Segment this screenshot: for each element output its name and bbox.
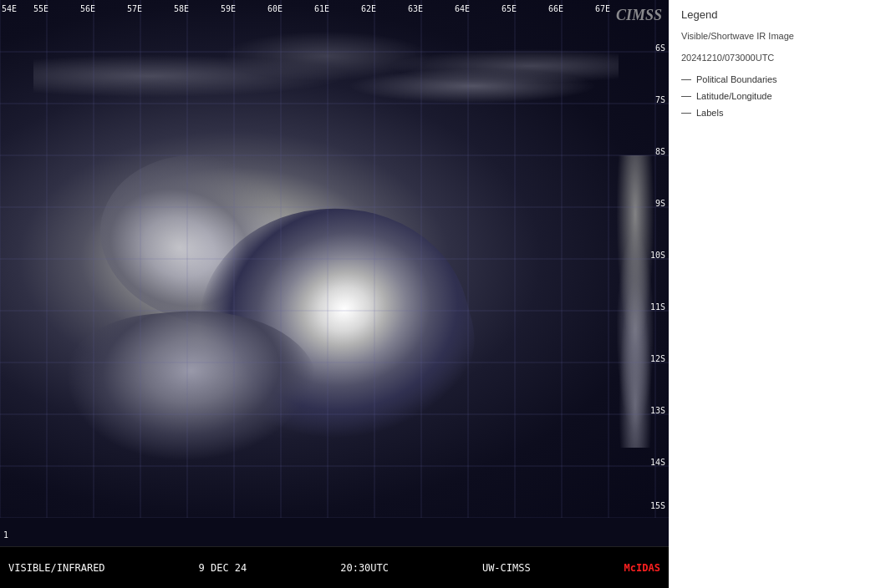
- legend-dash-political: [681, 79, 691, 80]
- lat-label-15s: 15S: [650, 501, 665, 510]
- lon-label-55e: 55E: [33, 4, 48, 13]
- lat-label-7s: 7S: [655, 95, 665, 104]
- legend-label-political: Political Boundaries: [696, 74, 777, 84]
- main-container: 54E 55E 56E 57E 58E 59E 60E 61E 62E 63E …: [0, 0, 881, 588]
- lon-label-61e: 61E: [314, 4, 329, 13]
- legend-timestamp: 20241210/073000UTC: [681, 53, 868, 63]
- lon-label-67e: 67E: [595, 4, 610, 13]
- lat-label-14s: 14S: [650, 458, 665, 467]
- number-badge: 1: [3, 530, 8, 540]
- legend-panel: Legend Visible/Shortwave IR Image 202412…: [669, 0, 881, 588]
- status-mode: VISIBLE/INFRARED: [8, 562, 105, 574]
- lat-label-9s: 9S: [655, 199, 665, 208]
- lon-label-59e: 59E: [221, 4, 236, 13]
- lat-label-10s: 10S: [650, 251, 665, 260]
- legend-item-latlon: Latitude/Longitude: [681, 91, 868, 101]
- lon-label-63e: 63E: [408, 4, 423, 13]
- status-time: 20:30UTC: [340, 562, 389, 574]
- lon-label-64e: 64E: [455, 4, 470, 13]
- lon-label-62e: 62E: [361, 4, 376, 13]
- lat-label-13s: 13S: [650, 406, 665, 415]
- legend-title: Legend: [681, 8, 868, 21]
- status-source: UW-CIMSS: [482, 562, 531, 574]
- status-software: McIDAS: [624, 562, 660, 574]
- lon-label-60e: 60E: [267, 4, 283, 13]
- map-area: 54E 55E 56E 57E 58E 59E 60E 61E 62E 63E …: [0, 0, 669, 588]
- lon-label-54e: 54E: [2, 4, 17, 13]
- cloud-scatter-top: [33, 26, 619, 126]
- cimss-logo: CIMSS: [616, 7, 662, 24]
- satellite-image: [0, 0, 669, 518]
- lat-label-12s: 12S: [650, 354, 665, 363]
- legend-image-label: Visible/Shortwave IR Image: [681, 31, 868, 41]
- legend-dash-latlon: [681, 96, 691, 97]
- lat-label-11s: 11S: [650, 302, 665, 312]
- lon-label-56e: 56E: [80, 4, 95, 13]
- lon-label-57e: 57E: [127, 4, 142, 13]
- lon-label-65e: 65E: [502, 4, 517, 13]
- lat-label-6s: 6S: [655, 43, 665, 53]
- legend-label-labels: Labels: [696, 108, 723, 118]
- legend-item-labels: Labels: [681, 108, 868, 118]
- lon-label-58e: 58E: [174, 4, 189, 13]
- legend-item-political: Political Boundaries: [681, 74, 868, 84]
- status-date: 9 DEC 24: [199, 562, 247, 574]
- status-bar: VISIBLE/INFRARED 9 DEC 24 20:30UTC UW-CI…: [0, 546, 669, 588]
- lon-label-66e: 66E: [548, 4, 563, 13]
- lat-label-8s: 8S: [655, 147, 665, 156]
- legend-dash-labels: [681, 113, 691, 114]
- legend-label-latlon: Latitude/Longitude: [696, 91, 772, 101]
